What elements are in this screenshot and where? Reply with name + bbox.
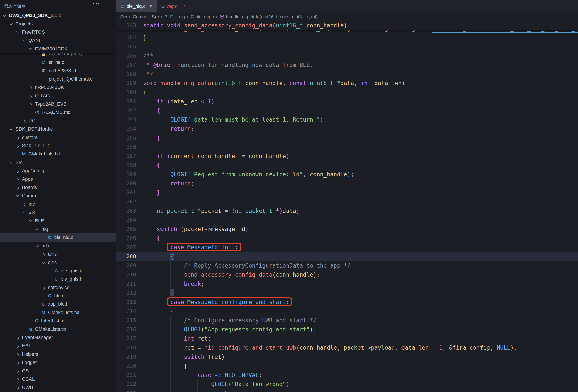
- chevron-right-icon[interactable]: [16, 345, 19, 348]
- chevron-right-icon[interactable]: [29, 103, 32, 106]
- code-line-196[interactable]: 196: [116, 143, 578, 151]
- code-line-205[interactable]: 205 switch (packet->message_id): [116, 225, 578, 234]
- line-number[interactable]: 189: [116, 79, 136, 88]
- tree-item-nrf52833-ld[interactable]: nRF52833.ld: [0, 66, 116, 75]
- chevron-down-icon[interactable]: [23, 39, 26, 42]
- line-number[interactable]: 217: [116, 334, 136, 343]
- chevron-right-icon[interactable]: [29, 87, 32, 90]
- tab-niq-h[interactable]: C niq.h 7: [157, 0, 190, 12]
- tree-item-nrfx[interactable]: nrfx: [0, 242, 116, 250]
- code-line-200[interactable]: 200 return;: [116, 179, 578, 188]
- tree-item-cmakelists-txt[interactable]: MCMakeLists.txt: [0, 308, 116, 317]
- code-line-223[interactable]: 223 break;: [116, 389, 578, 392]
- chevron-down-icon[interactable]: [36, 244, 39, 247]
- line-number[interactable]: 193: [116, 115, 136, 124]
- tree-item-osal[interactable]: OSAL: [0, 375, 116, 383]
- code-line-198[interactable]: 198 {: [116, 161, 578, 170]
- line-number[interactable]: 190: [116, 88, 136, 97]
- chevron-right-icon[interactable]: [16, 370, 19, 373]
- tree-item-comm[interactable]: Comm: [0, 192, 116, 200]
- line-number[interactable]: 195: [116, 133, 136, 143]
- chevron-right-icon[interactable]: [42, 253, 45, 256]
- code-editor[interactable]: 183 send_qnis_data(conn_handle, buffer, …: [116, 30, 578, 392]
- tree-item-app-ble-h[interactable]: Capp_ble.h: [0, 300, 116, 308]
- tree-item-ble[interactable]: BLE: [0, 217, 116, 225]
- chevron-right-icon[interactable]: [16, 362, 19, 365]
- breadcrumb-item[interactable]: Cble_niq.c: [191, 14, 214, 19]
- tree-item-custom[interactable]: custom: [0, 133, 116, 141]
- tree-item-interfusb-c[interactable]: CInterfUsb.c: [0, 317, 116, 325]
- code-line-184[interactable]: 184}: [116, 33, 578, 42]
- tree-item-os[interactable]: OS: [0, 367, 116, 375]
- tree-item-projects[interactable]: Projects: [0, 20, 116, 28]
- line-number[interactable]: 197: [116, 151, 136, 161]
- tree-item-sdk-17-1-0[interactable]: SDK_17_1_0: [0, 142, 116, 150]
- breadcrumb-item[interactable]: Comm: [133, 14, 146, 19]
- tree-item-hal[interactable]: HAL: [0, 342, 116, 350]
- line-number[interactable]: 185: [116, 42, 136, 51]
- more-actions-icon[interactable]: ···: [93, 0, 100, 7]
- line-number[interactable]: 202: [116, 197, 136, 206]
- chevron-right-icon[interactable]: [23, 120, 26, 123]
- breadcrumb-item[interactable]: Src: [152, 14, 159, 19]
- line-number[interactable]: 198: [116, 161, 136, 170]
- code-line-216[interactable]: 216 QLOGI("App requests config and start…: [116, 325, 578, 334]
- code-line-191[interactable]: 191 if (data_len < 1): [116, 97, 578, 106]
- code-line-210[interactable]: 210 send_accessory_config_data(conn_hand…: [116, 270, 578, 279]
- code-line-214[interactable]: 214 {: [116, 307, 578, 316]
- chevron-down-icon[interactable]: [9, 127, 13, 130]
- line-number[interactable]: 188: [116, 69, 136, 79]
- line-number[interactable]: 208: [116, 252, 136, 261]
- code-line-207[interactable]: 207 case MessageId_init:: [116, 243, 578, 252]
- chevron-right-icon[interactable]: [42, 287, 45, 290]
- chevron-right-icon[interactable]: [29, 95, 32, 98]
- tree-item-boards[interactable]: Boards: [0, 183, 116, 192]
- chevron-down-icon[interactable]: [29, 219, 32, 222]
- code-line-185[interactable]: 185: [116, 42, 578, 51]
- chevron-right-icon[interactable]: [16, 136, 19, 140]
- code-line-201[interactable]: 201 }: [116, 188, 578, 197]
- code-line-215[interactable]: 215 /* Configure accessory UWB and start…: [116, 316, 578, 325]
- line-number[interactable]: 196: [116, 143, 136, 151]
- tree-item-freertos[interactable]: FreeRTOS: [0, 28, 116, 36]
- line-number[interactable]: 214: [116, 307, 136, 316]
- chevron-right-icon[interactable]: [16, 378, 19, 381]
- tree-item-anis[interactable]: anis: [0, 250, 116, 258]
- chevron-down-icon[interactable]: [9, 160, 13, 163]
- chevron-right-icon[interactable]: [16, 337, 19, 340]
- code-line-204[interactable]: 204: [116, 215, 578, 225]
- tree-item-eventmanager[interactable]: EventManager: [0, 333, 116, 342]
- line-number[interactable]: 212: [116, 289, 136, 297]
- line-number[interactable]: 191: [116, 97, 136, 106]
- code-line-187[interactable]: 187 * @brief Function for handling new d…: [116, 60, 578, 69]
- tree-item-ble-niq-c[interactable]: Cble_niq.c: [0, 233, 116, 242]
- tree-item-src[interactable]: Src: [0, 158, 116, 167]
- code-line-199[interactable]: 199 QLOGI("Request from unknown device: …: [116, 170, 578, 179]
- chevron-right-icon[interactable]: [16, 387, 19, 390]
- chevron-down-icon[interactable]: [36, 227, 39, 230]
- tree-item-cmakelists-txt[interactable]: MCMakeLists.txt: [0, 150, 116, 158]
- tree-item-qani[interactable]: QANI: [0, 36, 116, 45]
- tree-item-type2ab-evb[interactable]: Type2AB_EVB: [0, 100, 116, 108]
- code-line-193[interactable]: 193 QLOGI("data_len must be at least 1. …: [116, 115, 578, 124]
- code-line-217[interactable]: 217 int ret;: [116, 334, 578, 343]
- chevron-down-icon[interactable]: [16, 30, 19, 33]
- chevron-down-icon[interactable]: [23, 211, 26, 214]
- code-line-143[interactable]: 143static void send_accessory_config_dat…: [116, 21, 578, 30]
- line-number[interactable]: 194: [116, 124, 136, 133]
- line-number[interactable]: 213: [116, 297, 136, 307]
- line-number[interactable]: 220: [116, 361, 136, 371]
- chevron-down-icon[interactable]: [42, 261, 45, 264]
- chevron-right-icon[interactable]: [16, 170, 19, 173]
- line-number[interactable]: 210: [116, 270, 136, 279]
- tree-item-ble-qnis-h[interactable]: Cble_qnis.h: [0, 275, 116, 283]
- code-line-219[interactable]: 219 switch (ret): [116, 352, 578, 361]
- tree-item-readme-md[interactable]: README.md: [0, 108, 116, 116]
- code-line-188[interactable]: 188 */: [116, 69, 578, 79]
- code-line-206[interactable]: 206 {: [116, 234, 578, 243]
- tree-item-uci[interactable]: UCI: [0, 117, 116, 125]
- chevron-right-icon[interactable]: [16, 353, 19, 356]
- breadcrumb-item[interactable]: Src: [120, 14, 127, 19]
- tree-item-createtarget-py[interactable]: CreateTarget.py: [0, 53, 116, 58]
- breadcrumb-item[interactable]: handle_niq_data(uint16_t, const uint8_t …: [220, 14, 318, 19]
